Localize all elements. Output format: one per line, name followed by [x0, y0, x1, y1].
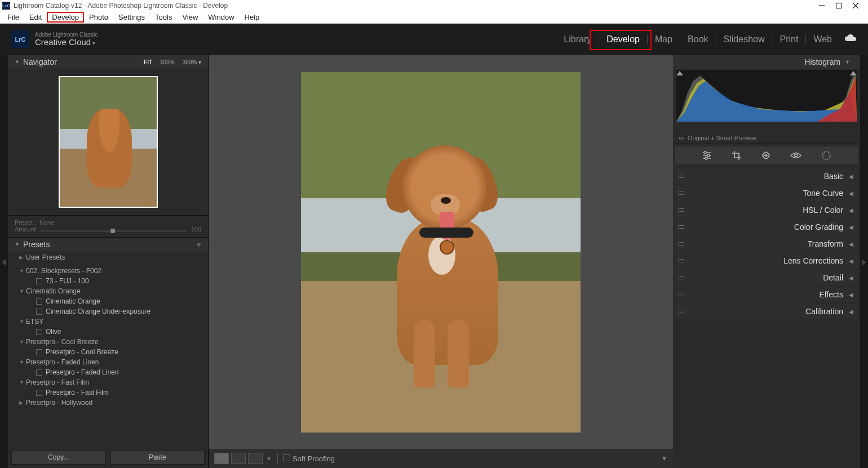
develop-section-calibration[interactable]: Calibration◀: [675, 304, 858, 319]
preset-group[interactable]: ▼Presetpro - Faded Linen: [8, 357, 208, 367]
preset-thumb-icon: [36, 390, 42, 396]
menu-window[interactable]: Window: [203, 12, 239, 23]
zoom-fit[interactable]: FIT: [144, 59, 152, 65]
preset-item[interactable]: Presetpro - Fast Film: [8, 387, 208, 398]
preset-item[interactable]: Olive: [8, 327, 208, 337]
window-minimize-icon[interactable]: [818, 2, 825, 9]
preset-group[interactable]: ▼Cinematic Orange: [8, 286, 208, 296]
section-toggle-icon[interactable]: [679, 175, 684, 178]
navigator-thumbnail: [59, 76, 158, 208]
svg-point-20: [795, 154, 798, 157]
section-toggle-icon[interactable]: [679, 276, 684, 279]
module-print[interactable]: Print: [780, 34, 798, 44]
section-toggle-icon[interactable]: [679, 259, 684, 262]
section-toggle-icon[interactable]: [679, 293, 684, 296]
menu-edit[interactable]: Edit: [24, 12, 47, 23]
soft-proofing-toggle[interactable]: Soft Proofing: [284, 454, 335, 463]
preset-group[interactable]: ▼ETSY: [8, 317, 208, 327]
preset-item[interactable]: Presetpro - Cool Breeze: [8, 347, 208, 357]
redeye-icon[interactable]: [790, 151, 801, 159]
edit-sliders-icon[interactable]: [702, 150, 712, 161]
preset-group[interactable]: ▼Presetpro - Fast Film: [8, 377, 208, 387]
cloud-sync-icon[interactable]: [844, 34, 857, 45]
module-library[interactable]: Library: [564, 34, 591, 44]
preset-item-label: Cinematic Orange: [46, 297, 100, 305]
module-web[interactable]: Web: [813, 34, 832, 44]
develop-section-transform[interactable]: Transform◀: [675, 236, 858, 252]
crop-icon[interactable]: [732, 150, 742, 161]
left-panel-grip[interactable]: ◀: [0, 55, 8, 468]
amount-slider[interactable]: [41, 230, 187, 232]
menu-view[interactable]: View: [177, 12, 203, 23]
triangle-left-icon: ◀: [849, 190, 853, 197]
menu-file[interactable]: File: [2, 12, 24, 23]
preset-thumb-icon: [36, 329, 42, 335]
preset-item[interactable]: 73 - FUJ - 100: [8, 276, 208, 286]
preset-item[interactable]: Presetpro - Faded Linen: [8, 367, 208, 377]
triangle-down-icon: ▼: [15, 242, 20, 247]
presets-header[interactable]: ▼ Presets +: [8, 238, 208, 251]
masking-icon[interactable]: [821, 150, 831, 161]
add-preset-icon[interactable]: +: [197, 240, 201, 249]
menu-photo[interactable]: Photo: [84, 12, 113, 23]
develop-section-detail[interactable]: Detail◀: [675, 270, 858, 286]
section-title: Tone Curve: [803, 189, 843, 198]
brand-title[interactable]: Creative Cloud: [35, 38, 98, 47]
healing-icon[interactable]: [761, 150, 771, 161]
preset-group[interactable]: ▶Presetpro - Hollywood: [8, 398, 208, 408]
preset-item[interactable]: Cinematic Orange Under-exposure: [8, 306, 208, 317]
preset-amount-bar: Preset : None Amount100: [8, 215, 208, 238]
navigator-preview[interactable]: [8, 69, 208, 215]
preset-group[interactable]: ▼Presetpro - Cool Breeze: [8, 337, 208, 347]
svg-point-12: [704, 151, 706, 154]
develop-section-color-grading[interactable]: Color Grading◀: [675, 219, 858, 235]
zoom-100[interactable]: 100%: [160, 59, 175, 65]
triangle-right-icon: ▶: [19, 255, 26, 260]
module-slideshow[interactable]: Slideshow: [724, 34, 765, 44]
preset-item[interactable]: Cinematic Orange: [8, 296, 208, 306]
module-book[interactable]: Book: [688, 34, 708, 44]
section-toggle-icon[interactable]: [679, 225, 684, 229]
develop-section-lens-corrections[interactable]: Lens Corrections◀: [675, 253, 858, 269]
zoom-300[interactable]: 300% ▾: [183, 59, 201, 65]
preset-item-label: Presetpro - Cool Breeze: [46, 348, 118, 356]
menu-help[interactable]: Help: [240, 12, 265, 23]
menu-develop[interactable]: Develop: [47, 12, 84, 23]
preset-group[interactable]: ▶User Presets: [8, 252, 208, 262]
menu-tools[interactable]: Tools: [150, 12, 177, 23]
navigator-header[interactable]: ▼ Navigator FIT 100% 300% ▾: [8, 55, 208, 69]
toolbar-expand-icon[interactable]: ▼: [661, 455, 667, 462]
develop-section-basic[interactable]: Basic◀: [675, 168, 858, 184]
triangle-left-icon: ◀: [849, 292, 853, 298]
menu-settings[interactable]: Settings: [113, 12, 150, 23]
triangle-left-icon: ◀: [849, 173, 853, 180]
right-panel: Histogram ▼ –––– ▭ Original + Smart Prev…: [673, 55, 860, 468]
preset-group[interactable]: ▼002. Stockpresets - F002: [8, 266, 208, 276]
window-close-icon[interactable]: [852, 2, 859, 9]
triangle-down-icon: ▼: [845, 59, 850, 65]
develop-section-effects[interactable]: Effects◀: [675, 287, 858, 302]
module-map[interactable]: Map: [655, 34, 672, 44]
histogram[interactable]: ––––: [673, 69, 860, 132]
paste-button[interactable]: Paste: [110, 450, 205, 465]
view-dropdown-icon[interactable]: ▼: [266, 456, 272, 462]
section-title: Lens Corrections: [783, 256, 843, 265]
develop-section-hsl-color[interactable]: HSL / Color◀: [675, 202, 858, 218]
develop-section-tone-curve[interactable]: Tone Curve◀: [675, 185, 858, 201]
section-toggle-icon[interactable]: [679, 242, 684, 246]
window-maximize-icon[interactable]: [835, 2, 842, 9]
preset-group-label: User Presets: [26, 253, 65, 261]
histogram-header[interactable]: Histogram ▼: [673, 55, 860, 69]
section-toggle-icon[interactable]: [679, 310, 684, 313]
triangle-left-icon: ◀: [849, 275, 853, 281]
section-toggle-icon[interactable]: [679, 208, 684, 212]
section-title: Effects: [819, 290, 843, 299]
before-after-tb-icon[interactable]: [248, 453, 263, 464]
image-canvas[interactable]: [209, 55, 673, 449]
before-after-lr-icon[interactable]: [231, 453, 246, 464]
loupe-view-icon[interactable]: [214, 453, 229, 464]
right-panel-grip[interactable]: ▶: [860, 55, 868, 468]
copy-button[interactable]: Copy...: [11, 450, 106, 465]
section-toggle-icon[interactable]: [679, 191, 684, 195]
preset-label: Preset :: [15, 219, 36, 226]
